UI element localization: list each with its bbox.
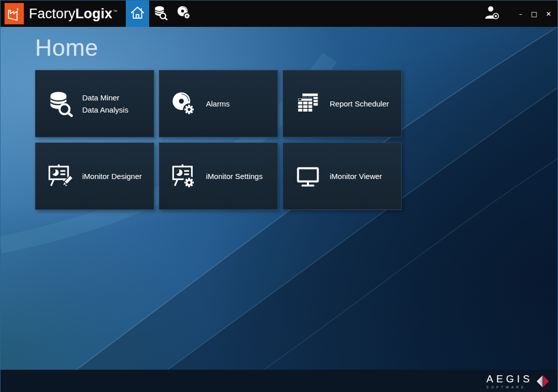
titlebar-right: – □ ✕ (484, 5, 557, 22)
brand-bold: Logix (75, 6, 112, 21)
tile-imonitor-settings[interactable]: iMonitor Settings (159, 142, 278, 210)
tile-report-scheduler[interactable]: Report Scheduler (283, 70, 402, 137)
home-icon (130, 5, 145, 22)
tile-label: Data Miner Data Analysis (82, 92, 128, 116)
home-screen: Home Data Miner Data Analysis (1, 27, 557, 370)
tile-imonitor-designer[interactable]: iMonitor Designer (35, 142, 154, 210)
aegis-software-text: SOFTWARE (486, 385, 533, 389)
aegis-wordmark: AEGIS SOFTWARE (486, 374, 533, 389)
minimize-button[interactable]: – (519, 11, 522, 17)
app-window: FactoryLogix™ (0, 0, 558, 392)
database-search-icon (45, 91, 76, 117)
app-title: FactoryLogix™ (29, 6, 118, 22)
maximize-button[interactable]: □ (531, 11, 537, 17)
aegis-brand-text: AEGIS (486, 374, 533, 384)
home-nav-button[interactable] (126, 1, 149, 27)
tile-imonitor-viewer[interactable]: iMonitor Viewer (283, 142, 402, 210)
easel-pencil-icon (45, 163, 76, 190)
tile-label: iMonitor Settings (206, 170, 263, 183)
aegis-diamond-icon (536, 375, 549, 388)
user-signout-icon (484, 5, 499, 22)
footer-bar: AEGIS SOFTWARE (1, 370, 557, 392)
easel-gear-icon (169, 163, 199, 190)
tile-alarms[interactable]: Alarms (159, 70, 278, 137)
titlebar-nav (126, 1, 196, 27)
page-title: Home (1, 27, 557, 61)
report-pages-icon (293, 91, 323, 117)
close-button[interactable]: ✕ (546, 11, 551, 17)
window-controls: – □ ✕ (510, 11, 551, 17)
tile-label: iMonitor Viewer (330, 170, 382, 183)
tile-label: iMonitor Designer (82, 170, 142, 183)
monitor-icon (293, 163, 323, 190)
tile-label: Alarms (206, 98, 230, 110)
tile-data-miner[interactable]: Data Miner Data Analysis (35, 70, 154, 137)
brand-regular: Factory (29, 6, 75, 21)
tiles-grid: Data Miner Data Analysis (35, 70, 421, 215)
data-miner-nav-button[interactable] (149, 1, 172, 27)
aegis-logo: AEGIS SOFTWARE (486, 374, 549, 389)
trademark: ™ (113, 9, 117, 14)
factory-icon (7, 6, 22, 21)
alarms-nav-button[interactable] (172, 1, 196, 27)
titlebar[interactable]: FactoryLogix™ (1, 1, 557, 27)
factorylogix-logo (5, 3, 24, 24)
disc-gear-icon (177, 5, 192, 22)
tile-label: Report Scheduler (330, 98, 389, 110)
user-signout-button[interactable] (484, 5, 499, 22)
database-search-icon (153, 6, 168, 22)
disc-gear-icon (169, 91, 199, 117)
